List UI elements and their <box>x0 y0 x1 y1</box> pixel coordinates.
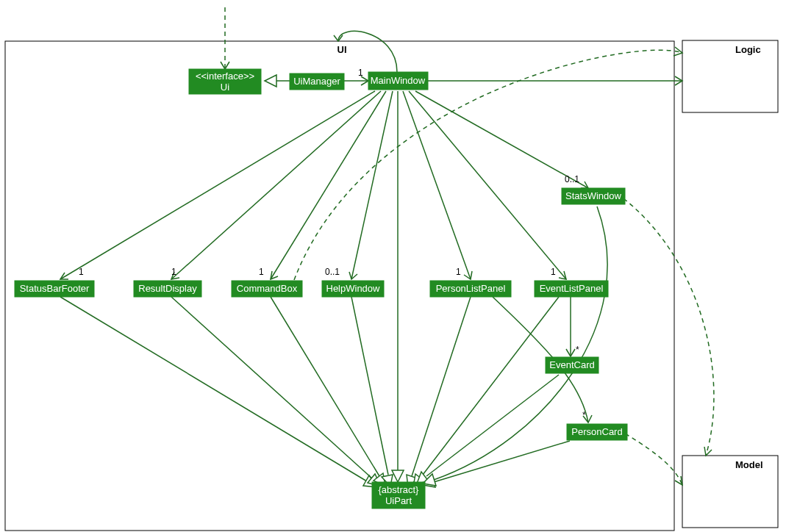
svg-text:HelpWindow: HelpWindow <box>326 283 381 294</box>
mult-mw-eventlist: 1 <box>551 267 556 277</box>
class-statswindow: StatsWindow <box>562 188 625 204</box>
svg-text:UiManager: UiManager <box>293 76 340 87</box>
class-uimanager: UiManager <box>290 73 344 90</box>
svg-text:ResultDisplay: ResultDisplay <box>138 283 197 294</box>
class-ui-interface: <<interface>> Ui <box>189 69 261 94</box>
svg-text:MainWindow: MainWindow <box>371 75 426 86</box>
svg-text:{abstract}: {abstract} <box>379 484 420 495</box>
package-model-label: Model <box>735 459 763 470</box>
svg-text:StatsWindow: StatsWindow <box>565 190 621 201</box>

  class-resultdisplay: ResultDisplay <box>134 281 201 297</box>
class-personcard: PersonCard <box>567 424 627 440</box>
svg-text:StatusBarFooter: StatusBarFooter <box>20 283 90 294</box>
class-commandbox: CommandBox <box>232 281 302 297</box>
svg-text:CommandBox: CommandBox <box>237 283 298 294</box>
class-uipart: {abstract} UiPart <box>372 482 425 508</box>
mult-mw-statusbar: 1 <box>79 267 84 277</box>
package-ui-label: UI <box>337 44 347 55</box>
mult-mw-statswindow: 0..1 <box>565 174 579 184</box>
class-helpwindow: HelpWindow <box>322 281 384 297</box>
svg-text:EventCard: EventCard <box>549 359 594 370</box>
mult-uimgr-mainwindow: 1 <box>358 68 363 78</box>
svg-text:UiPart: UiPart <box>385 495 412 506</box>
class-eventcard: EventCard <box>546 357 599 373</box>
svg-text:<<interface>>: <<interface>> <box>196 71 254 82</box>
class-personlistpanel: PersonListPanel <box>430 281 511 297</box>
mult-mw-commandbox: 1 <box>259 267 264 277</box>
uml-diagram: UI Logic Model 1 1 1 1 0..1 1 1 0..1 <box>0 0 786 532</box>
svg-text:PersonListPanel: PersonListPanel <box>436 283 506 294</box>
svg-text:Ui: Ui <box>221 82 229 93</box>
svg-text:EventListPanel: EventListPanel <box>540 283 604 294</box>
mult-mw-helpwindow: 0..1 <box>325 267 340 277</box>
mult-eventlist-eventcard: * <box>576 345 579 355</box>
package-logic <box>682 40 778 112</box>
mult-mw-resultdisplay: 1 <box>171 267 176 277</box>
package-model <box>682 456 778 528</box>
mult-personlist-personcard: * <box>582 410 586 420</box>
mult-mw-personlist: 1 <box>456 267 461 277</box>
class-mainwindow: MainWindow <box>368 72 428 90</box>
package-logic-label: Logic <box>735 44 761 55</box>
class-statusbarfooter: StatusBarFooter <box>15 281 94 297</box>
svg-text:PersonCard: PersonCard <box>571 426 622 437</box>
class-eventlistpanel: EventListPanel <box>535 281 608 297</box>
